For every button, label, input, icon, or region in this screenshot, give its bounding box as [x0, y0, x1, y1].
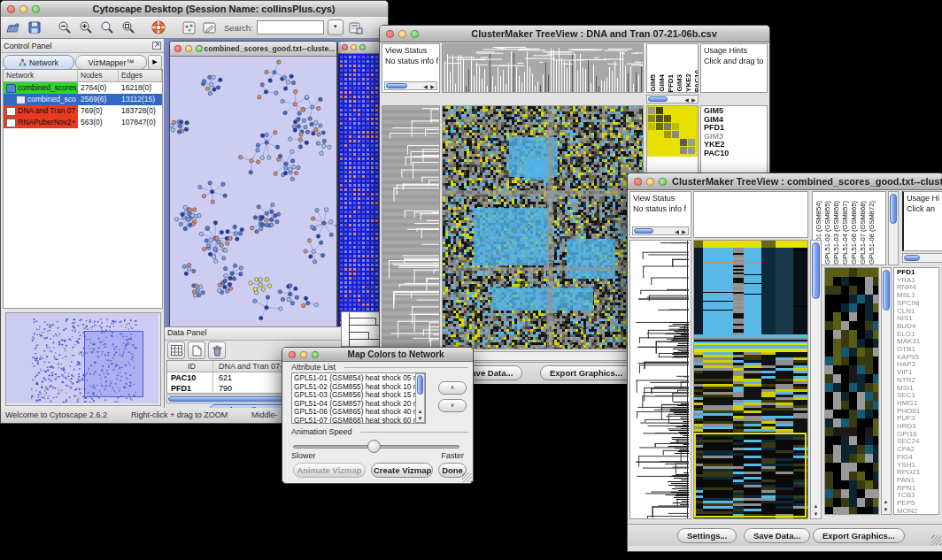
- export-graphics-button[interactable]: Export Graphics...: [540, 365, 632, 380]
- tv2-zoom-heatmap[interactable]: [825, 268, 878, 514]
- search-input[interactable]: [257, 20, 324, 35]
- zoom-window-icon[interactable]: [196, 45, 203, 52]
- tv1-heatmap[interactable]: [443, 106, 643, 349]
- close-icon[interactable]: [342, 44, 348, 50]
- panel-layout-icon[interactable]: [180, 19, 197, 36]
- resize-grip[interactable]: [462, 472, 472, 482]
- export-graphics-button[interactable]: Export Graphics...: [813, 528, 905, 543]
- tab-network[interactable]: Network: [3, 55, 74, 70]
- settings-button[interactable]: Settings...: [677, 528, 737, 543]
- tv2-hints-scrollbar[interactable]: [902, 253, 942, 263]
- dialog-button[interactable]: Create Vizmap: [371, 463, 433, 478]
- status-hint-middle: Middle-: [251, 410, 278, 419]
- table-row[interactable]: combined_scores_ 2764(0) 16218(0): [4, 82, 162, 94]
- main-toolbar: Search: ▼: [1, 17, 388, 39]
- column-label[interactable]: GPL51-04 (GSM857): [841, 201, 849, 265]
- close-icon[interactable]: [289, 351, 296, 358]
- zoom-selected-icon[interactable]: [120, 19, 137, 36]
- column-label[interactable]: GPL51-07 (GSM868): [859, 201, 867, 265]
- table-row[interactable]: DNA and Tran 07 769(0) 183728(0): [4, 105, 162, 117]
- tv1-labels-scrollbar[interactable]: ◀▶: [646, 95, 699, 104]
- table-row[interactable]: RNAPuberNov2+ 563(0) 107847(0): [4, 117, 162, 128]
- minimize-icon[interactable]: [300, 351, 307, 358]
- view-status-scrollbar[interactable]: ◀▶: [384, 81, 437, 90]
- attribute-list-scrollbar[interactable]: ▲▼: [415, 373, 425, 423]
- tv2-labels-scrollbar[interactable]: [888, 191, 899, 265]
- zoom-window-icon[interactable]: [312, 351, 319, 358]
- column-label[interactable]: GPL51-03 (GSM856): [832, 201, 840, 265]
- treeview2-titlebar[interactable]: ClusterMaker TreeView : combined_scores_…: [628, 173, 942, 190]
- tv2-zoom-scrollbar[interactable]: ▲▼: [881, 267, 892, 515]
- tv2-heatmap-scrollbar[interactable]: ▲▼: [810, 240, 822, 519]
- network-canvas[interactable]: [170, 57, 336, 329]
- network-view-titlebar[interactable]: combined_scores_good.txt--cluste...: [170, 42, 336, 57]
- move-up-button[interactable]: ∧: [438, 381, 467, 395]
- status-welcome: Welcome to Cytoscape 2.6.2: [5, 410, 107, 419]
- column-label[interactable]: YKE2: [684, 73, 692, 92]
- column-label[interactable]: GPL51-06 (GSM865): [850, 201, 858, 265]
- dialog-titlebar[interactable]: Map Colors to Network: [282, 348, 473, 362]
- attribute-item[interactable]: GPL51-07 (GSM868) heat shock 60 min: [294, 417, 425, 425]
- save-data-button[interactable]: Save Data...: [744, 528, 810, 543]
- gene-label[interactable]: PAC10: [704, 150, 767, 158]
- column-label[interactable]: GIM3: [676, 74, 683, 92]
- slider-thumb[interactable]: [367, 440, 381, 453]
- column-label[interactable]: GPL51-02 (GSM855): [823, 201, 831, 265]
- delete-attribute-icon[interactable]: [208, 341, 226, 359]
- resize-grip[interactable]: [931, 535, 941, 545]
- float-panel-icon[interactable]: [152, 42, 161, 50]
- tv1-column-dendrogram[interactable]: [443, 44, 643, 92]
- network-item-icon: [6, 107, 16, 116]
- tab-overflow-button[interactable]: ▶: [148, 55, 162, 70]
- network-overview-panel[interactable]: [5, 312, 161, 406]
- column-label[interactable]: GIM5: [649, 74, 657, 92]
- close-icon[interactable]: [174, 45, 181, 52]
- zoom-window-icon[interactable]: [359, 44, 366, 50]
- column-label[interactable]: PFD1: [667, 74, 675, 92]
- save-button[interactable]: [26, 19, 43, 36]
- minimize-icon[interactable]: [398, 30, 406, 38]
- zoom-fit-icon[interactable]: [98, 19, 116, 36]
- column-label[interactable]: GPL51-08 (GSM872): [868, 201, 876, 265]
- minimize-icon[interactable]: [185, 45, 192, 52]
- tab-vizmapper[interactable]: VizMapper™: [75, 55, 147, 70]
- minimize-icon[interactable]: [351, 44, 357, 50]
- column-label[interactable]: PAC10: [693, 70, 699, 92]
- annotation-icon[interactable]: [201, 19, 219, 36]
- minimize-icon[interactable]: [19, 5, 27, 13]
- tv2-column-dendrogram-panel[interactable]: [693, 191, 808, 238]
- zoom-out-icon[interactable]: [56, 19, 73, 36]
- tv1-gene-dendrogram[interactable]: [382, 106, 439, 349]
- minimize-icon[interactable]: [646, 178, 654, 186]
- network-overview-canvas[interactable]: [6, 313, 158, 403]
- zoom-window-icon[interactable]: [659, 178, 667, 186]
- table-row[interactable]: combined_sco 2569(6) 13112(15): [4, 94, 162, 105]
- tv1-zoom-matrix[interactable]: [647, 106, 698, 157]
- usage-hints-title: Usage Hi: [904, 192, 942, 203]
- main-titlebar[interactable]: Cytoscape Desktop (Session Name: collins…: [1, 1, 388, 18]
- zoom-window-icon[interactable]: [32, 5, 40, 13]
- close-icon[interactable]: [7, 5, 15, 13]
- select-attributes-icon[interactable]: [167, 341, 185, 359]
- zoom-in-icon[interactable]: [77, 19, 95, 36]
- filter-icon[interactable]: [347, 19, 365, 36]
- network-tree-table: Network Nodes Edges combined_scores_ 276…: [3, 69, 163, 309]
- dialog-button[interactable]: Animate Vizmap: [293, 463, 366, 478]
- gene-label[interactable]: MON2: [897, 508, 938, 515]
- treeview1-titlebar[interactable]: ClusterMaker TreeView : DNA and Tran 07-…: [380, 26, 769, 42]
- column-label[interactable]: GIM4: [658, 74, 666, 92]
- help-lifering-icon[interactable]: [150, 19, 167, 36]
- view-status-scrollbar[interactable]: ◀▶: [632, 226, 689, 235]
- close-icon[interactable]: [634, 178, 642, 186]
- open-file-button[interactable]: [4, 19, 22, 36]
- view-status-title: View Status: [630, 192, 691, 203]
- new-attribute-icon[interactable]: [188, 341, 205, 359]
- tv2-gene-dendrogram[interactable]: [630, 241, 691, 518]
- network-table-header[interactable]: Network Nodes Edges: [4, 70, 162, 82]
- search-label: Search:: [224, 23, 253, 33]
- move-down-button[interactable]: ∨: [438, 399, 467, 412]
- zoom-window-icon[interactable]: [411, 30, 419, 38]
- search-dropdown-button[interactable]: ▼: [328, 19, 344, 35]
- tv2-heatmap[interactable]: [694, 241, 807, 518]
- close-icon[interactable]: [386, 30, 394, 38]
